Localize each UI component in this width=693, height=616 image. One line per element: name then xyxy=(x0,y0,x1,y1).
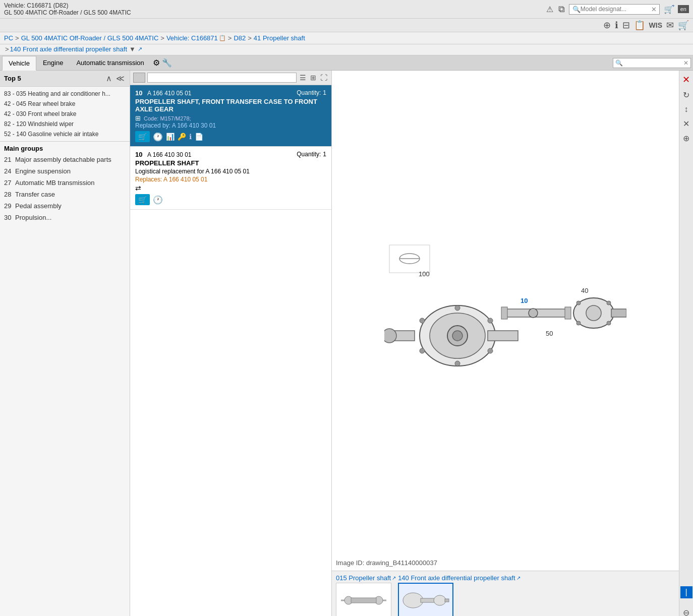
cart-icon[interactable]: 🛒+ xyxy=(663,4,675,15)
mail-icon[interactable]: ✉ xyxy=(666,20,674,31)
group-item-29[interactable]: 29 Pedal assembly xyxy=(0,200,130,212)
mid-grid-icon[interactable]: ⊞ xyxy=(309,73,317,83)
top5-minimize-btn[interactable]: ≪ xyxy=(115,73,126,84)
part-engine-code-0: Code: M157/M278; xyxy=(144,115,191,121)
tab-icon-tool[interactable]: 🔧 xyxy=(162,58,172,68)
part-time-btn-0[interactable]: 🕐 xyxy=(153,132,163,142)
svg-point-8 xyxy=(455,305,460,311)
top5-item-3[interactable]: 82 - 120 Windshield wiper xyxy=(0,119,130,129)
fr-cursor-icon[interactable]: ✕ xyxy=(681,117,691,130)
tab-engine[interactable]: Engine xyxy=(36,55,70,70)
svg-point-13 xyxy=(452,331,463,341)
part-item-1[interactable]: 10 A 166 410 30 01 Quantity: 1 PROPELLER… xyxy=(130,147,331,210)
part-time-btn-1[interactable]: 🕐 xyxy=(153,195,163,205)
top5-item-2[interactable]: 42 - 030 Front wheel brake xyxy=(0,109,130,119)
tab-search-clear[interactable]: ✕ xyxy=(683,59,688,67)
fr-rotate-icon[interactable]: ↻ xyxy=(681,89,691,101)
part-name-1: PROPELLER SHAFT xyxy=(135,159,326,167)
part-replaces-1[interactable]: Replaces: A 166 410 05 01 xyxy=(135,176,326,183)
mid-search-input[interactable] xyxy=(147,73,297,83)
copy-icon[interactable]: ⧉ xyxy=(557,3,566,16)
fr-blue-btn[interactable]: | xyxy=(680,586,692,598)
group-item-24[interactable]: 24 Engine suspension xyxy=(0,165,130,177)
tab-search-box[interactable]: 🔍 ✕ xyxy=(613,58,691,68)
fr-zoom-minus-icon[interactable]: ⊖ xyxy=(681,606,691,616)
breadcrumb-d82[interactable]: D82 xyxy=(234,34,246,42)
thumbnails-bar: 015 Propeller shaft ↗ 140 Front axle dif… xyxy=(332,571,679,616)
middle-panel: ☰ ⊞ ⛶ 10 A 166 410 05 01 Quantity: 1 PRO… xyxy=(130,71,332,616)
document-warning-icon[interactable]: 📋 xyxy=(634,20,645,31)
group-item-30[interactable]: 30 Propulsion... xyxy=(0,212,130,223)
breadcrumb-pc[interactable]: PC xyxy=(4,34,13,42)
svg-point-7 xyxy=(420,348,425,353)
thumb-item-1[interactable]: 140 Front axle differential propeller sh… xyxy=(398,574,520,616)
group-num-27: 27 xyxy=(4,179,15,187)
breadcrumb-vehicle[interactable]: Vehicle: C166871 xyxy=(166,34,218,42)
svg-point-10 xyxy=(488,318,493,323)
breadcrumb-dropdown-icon[interactable]: ▼ xyxy=(129,45,136,53)
part-replaced-0[interactable]: Replaced by: A 166 410 30 01 xyxy=(135,122,326,129)
part-graph-icon-0[interactable]: 📊 xyxy=(166,133,175,141)
fr-flip-icon[interactable]: ↕ xyxy=(683,103,690,115)
part-table-icon-0: ⊞ xyxy=(135,114,141,122)
vehicle-id: Vehicle: C166871 (D82) xyxy=(4,2,131,9)
tab-search-input[interactable] xyxy=(623,59,683,67)
group-num-21: 21 xyxy=(4,156,15,163)
thumb-item-0[interactable]: 015 Propeller shaft ↗ xyxy=(336,574,396,616)
group-label-21: Major assembly detachable parts xyxy=(15,156,111,163)
svg-text:10: 10 xyxy=(521,297,528,304)
part-item-0[interactable]: 10 A 166 410 05 01 Quantity: 1 PROPELLER… xyxy=(130,85,331,147)
svg-point-24 xyxy=(607,301,611,305)
model-search-input[interactable] xyxy=(581,6,651,13)
fr-close-icon[interactable]: ✕ xyxy=(681,73,691,87)
search-clear-icon[interactable]: ✕ xyxy=(651,6,657,13)
language-selector[interactable]: en xyxy=(678,5,689,13)
basket-icon[interactable]: 🛒 xyxy=(678,20,689,31)
fr-zoom-plus-icon[interactable]: ⊕ xyxy=(681,132,691,145)
group-item-27[interactable]: 27 Automatic MB transmission xyxy=(0,177,130,189)
svg-rect-16 xyxy=(488,331,518,341)
part-qty-0: 1 xyxy=(323,89,326,96)
parts-list: 10 A 166 410 05 01 Quantity: 1 PROPELLER… xyxy=(130,85,331,616)
thumb-img-0 xyxy=(336,583,391,616)
main-content: Top 5 ∧ ≪ 83 - 035 Heating and air condi… xyxy=(0,71,693,616)
model-search-box[interactable]: 🔍 ✕ xyxy=(569,4,660,15)
image-id: Image ID: drawing_B41140000037 xyxy=(336,559,437,567)
part-cart-btn-1[interactable]: 🛒 xyxy=(135,194,150,205)
group-num-24: 24 xyxy=(4,167,15,175)
top5-collapse-btn[interactable]: ∧ xyxy=(105,73,113,84)
part-info-icon-0[interactable]: ℹ xyxy=(189,133,192,141)
part-cart-btn-0[interactable]: 🛒 xyxy=(135,131,150,142)
warning-icon[interactable]: ⚠ xyxy=(545,4,554,15)
tab-icon-settings[interactable]: ⚙ xyxy=(153,58,160,68)
breadcrumb-sub-external-icon[interactable]: ↗ xyxy=(138,46,142,52)
part-key-icon-0[interactable]: 🔑 xyxy=(178,133,186,141)
part-qty-1: 1 xyxy=(323,151,326,158)
top5-item-1[interactable]: 42 - 045 Rear wheel brake xyxy=(0,99,130,109)
tab-vehicle[interactable]: Vehicle xyxy=(2,56,36,71)
wis-icon[interactable]: WIS xyxy=(649,21,662,29)
svg-rect-34 xyxy=(351,598,376,603)
svg-point-23 xyxy=(576,301,581,305)
group-item-28[interactable]: 28 Transfer case xyxy=(0,189,130,200)
top5-item-0[interactable]: 83 - 035 Heating and air conditioner h..… xyxy=(0,89,130,99)
top5-controls: ∧ ≪ xyxy=(105,73,126,84)
thumb-img-1 xyxy=(398,583,453,616)
main-groups-title: Main groups xyxy=(0,141,130,154)
image-id-value: drawing_B41140000037 xyxy=(366,559,437,567)
group-item-21[interactable]: 21 Major assembly detachable parts xyxy=(0,154,130,165)
breadcrumb-propeller[interactable]: 41 Propeller shaft xyxy=(254,34,305,42)
svg-text:50: 50 xyxy=(546,330,553,337)
mid-fullscreen-icon[interactable]: ⛶ xyxy=(319,73,328,83)
filter-icon[interactable]: ⊟ xyxy=(622,20,630,31)
vehicle-copy-icon[interactable]: 📋 xyxy=(219,35,226,41)
breadcrumb-gl500[interactable]: GL 500 4MATIC Off-Roader / GLS 500 4MATI… xyxy=(21,34,159,42)
zoom-in-icon[interactable]: ⊕ xyxy=(603,20,611,31)
breadcrumb-sub[interactable]: 140 Front axle differential propeller sh… xyxy=(10,45,127,53)
part-doc-icon-0[interactable]: 📄 xyxy=(195,133,203,141)
info-icon[interactable]: ℹ xyxy=(615,20,618,31)
tab-transmission[interactable]: Automatic transmission xyxy=(70,55,150,70)
top5-item-4[interactable]: 52 - 140 Gasoline vehicle air intake xyxy=(0,129,130,139)
mid-list-icon[interactable]: ☰ xyxy=(299,73,307,83)
image-id-label: Image ID: xyxy=(336,559,366,567)
